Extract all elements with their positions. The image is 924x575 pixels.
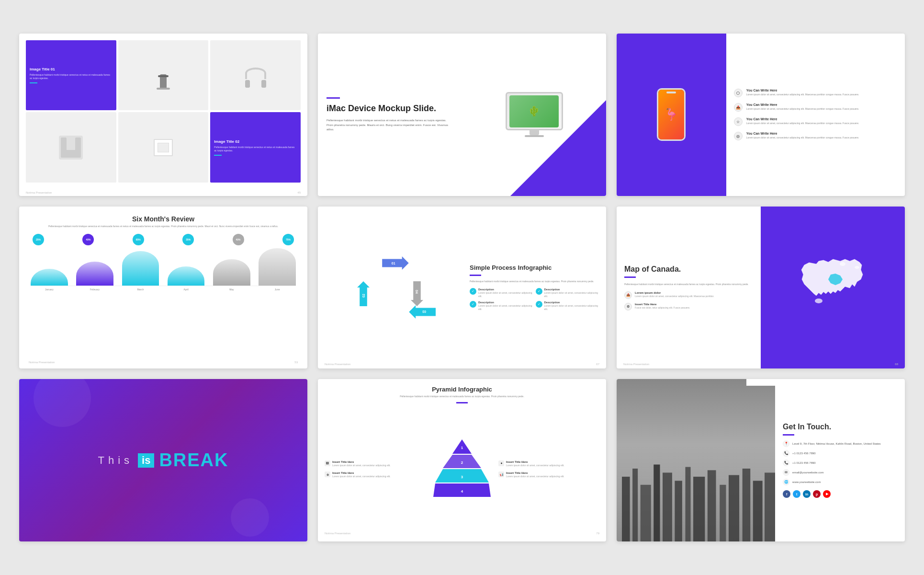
feature-3: ☆ You Can Write Here Lorem ipsum dolor s… [734,117,897,126]
bar-5 [213,259,250,286]
pyramid-left-title-2: Insert Title Here [332,472,426,474]
slide5-footer: Notima Presentation 67 [325,363,599,366]
youtube-icon[interactable]: ▶ [823,490,831,498]
bar-6 [259,248,296,286]
label-may: May [213,288,250,291]
slide-break: This is BREAK [19,379,307,541]
slide4-page: 53 [294,361,298,364]
cell-desc-1: Pellentesque habitant morbi tristique se… [30,73,113,80]
pyramid-right-icon-1: ✦ [498,460,504,466]
slide4-footer: Notima Presentation 53 [29,361,298,364]
slide5-items: ✓ Description Lorem ipsum dolor sit amet… [470,288,598,311]
pyramid-right-text-2: Lorem ipsum dolor sit amet, consectetur … [506,475,599,478]
slide5-visual: 01 02 03 04 [318,207,462,369]
pyramid-num-4: 4 [461,489,463,494]
process-item-4: ✓ Description Lorem ipsum dolor sit amet… [536,301,599,311]
building-14 [765,472,775,541]
pyramid-right-title-2: Insert Title Here [506,472,599,474]
label-jan: January [31,288,68,291]
island-3 [855,266,859,269]
process-item-2-content: Description Lorem ipsum dolor sit amet, … [544,288,599,298]
bubble-4: 35% [182,234,194,245]
chart-area: 25% 40% 65% 35% 40% 75% [29,234,298,358]
address-text: Level 9, 7th Floor, Nittima House, Kahli… [792,442,880,445]
slide6-content: Map of Canada. Pellentesque habitant mor… [617,207,761,369]
slide5-title: Simple Process Infographic [470,264,598,272]
slide6-item-2-content: Insert Title Here Fusce est dolor, tetur… [635,303,753,310]
slide6-accent [624,276,636,278]
contact-address: 📍 Level 9, 7th Floor, Nittima House, Kah… [783,440,897,447]
slide8-page: 79 [596,532,599,535]
process-item-3-text: Lorem ipsum dolor sit amet, consectetur … [478,304,533,311]
phone-mockup: 🦩 [657,88,686,141]
twitter-icon[interactable]: t [793,490,800,498]
slide6-page: 68 [895,363,898,366]
slide2-title: iMac Device Mockup Slide. [327,104,453,114]
website-icon: 🌐 [783,479,789,485]
phone-1-text: +1 0123 456 7890 [792,452,816,455]
building-7 [685,467,690,541]
slide-map: Map of Canada. Pellentesque habitant mor… [617,207,905,369]
building-9 [708,470,716,541]
slides-grid: Image Title 01 Pellentesque habitant mor… [0,14,924,561]
building-10 [720,484,726,541]
bubble-5: 40% [233,234,244,245]
slide-process: 01 02 03 04 Simple Process Infographic P… [318,207,606,369]
pyramid-num-1: 1 [461,446,463,450]
bubble-3: 65% [133,234,144,245]
slide9-accent [783,434,794,436]
address-icon: 📍 [783,440,789,447]
process-item-1-text: Lorem ipsum dolor sit amet, consectetur … [478,291,533,298]
slide3-features: ⬡ You Can Write Here Lorem ipsum dolor s… [726,34,905,196]
facebook-icon[interactable]: f [783,490,790,498]
linkedin-icon[interactable]: in [803,490,811,498]
grid-cell-3 [210,40,301,110]
feature-4: ◎ You Can Write Here Lorem ipsum dolor s… [734,132,897,140]
chart-title: Six Month's Review [29,215,298,223]
feature-2-icon: 📤 [734,103,743,112]
pyramid-visual: 1 2 3 4 [433,436,491,503]
pyramid-left-icon-2: ⚙ [325,472,330,477]
slide6-item-1-content: Lorem ipsum dolor Lorem ipsum dolor sit … [635,291,753,298]
phone-content: 🦩 [658,90,684,139]
imac-content: 🌵 [509,95,559,127]
feature-4-content: You Can Write Here Lorem ipsum dolor sit… [746,132,859,139]
process-item-4-text: Lorem ipsum dolor sit amet, consectetur … [544,304,599,311]
process-diagram: 01 02 03 04 [354,252,426,323]
pyramid-num-2: 2 [461,460,463,465]
pyramid-left-icon-1: 🖼 [325,460,330,466]
slide6-item-2-icon: ⚙ [624,303,632,310]
feature-4-title: You Can Write Here [746,132,859,135]
mountain-4 [168,247,205,286]
island-1 [815,299,823,303]
slide1-footer: Notima Presentation 45 [19,189,307,196]
bubble-2: 40% [82,234,94,245]
pinterest-icon[interactable]: p [813,490,821,498]
chart-mountains [29,247,298,286]
process-item-4-content: Description Lorem ipsum dolor sit amet, … [544,301,599,311]
mountain-5 [213,247,250,286]
slide-pyramid: Pyramid Infographic Pellentesque habitan… [318,379,606,541]
slide9-contact-info: Get In Touch. 📍 Level 9, 7th Floor, Nitt… [775,379,905,541]
building-6 [675,481,682,541]
building-5 [663,472,672,541]
canada-map-visual [795,255,871,320]
pyramid-left-title-1: Insert Title Here [332,460,426,463]
label-jun: June [259,288,296,291]
feature-3-desc: Lorem ipsum dolor sit amet, consectetur … [746,122,859,125]
email-text: email@yourwebsite.com [792,471,823,474]
feature-1-icon: ⬡ [734,89,743,97]
imac-screen: 🌵 [506,92,563,130]
process-item-2: ✓ Description Lorem ipsum dolor sit amet… [536,288,599,298]
slide-contact: Get In Touch. 📍 Level 9, 7th Floor, Nitt… [617,379,905,541]
email-icon: ✉ [783,469,789,476]
cell-title-2: Image Title 02 [214,139,297,144]
phone-2-text: +1 0123 456 7890 [792,461,816,464]
bar-2 [76,262,113,286]
imac-base [525,135,544,137]
building-3 [641,484,651,541]
feature-1-title: You Can Write Here [746,89,859,92]
pyramid-labels-left: 🖼 Insert Title Here Lorem ipsum dolor si… [325,460,426,478]
slide4-brand: Notima Presentation [29,361,55,364]
slide5-brand: Notima Presentation [325,363,350,366]
